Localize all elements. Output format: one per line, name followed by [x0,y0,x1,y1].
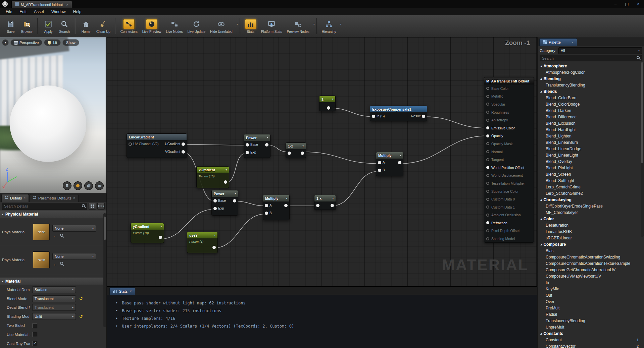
palette-entry[interactable]: ◢ sRGBToLinear [538,235,644,241]
node-wire[interactable] [423,117,487,128]
output-pin[interactable] [398,161,401,164]
scrollbar-thumb[interactable] [641,62,643,163]
collapse-caret-icon[interactable]: ▾ [331,197,334,200]
material-pin-row[interactable]: Metallic [484,93,534,101]
menu-file[interactable]: File [2,9,16,15]
live-update-button[interactable]: Live Update [185,18,208,34]
input-pin[interactable] [265,212,268,215]
tab-details[interactable]: Details × [1,194,29,202]
node-power-2[interactable]: Power ▾ Base Exp [211,190,238,216]
palette-entry[interactable]: ◢ Blends [538,88,644,95]
palette-entry[interactable]: ◢ Blend_Difference [538,114,644,120]
hierarchy-button[interactable]: Hierarchy ▾ [319,18,341,34]
teapot-mesh-button[interactable] [95,181,104,190]
material-pin-row[interactable]: Refraction [484,219,534,227]
menu-window[interactable]: Window [48,9,69,15]
palette-entry[interactable]: ◢ Blend_Exclusion [538,120,644,126]
property-matrix-button[interactable] [89,203,96,210]
material-pin-row[interactable]: Normal [484,148,534,156]
palette-entry[interactable]: ◢ Constant 1 [538,337,644,343]
category-select[interactable]: All ▾ [558,47,642,54]
palette-search-input[interactable] [540,55,642,61]
node-wire[interactable] [400,136,487,164]
blend-mode-select[interactable]: Translucent ▾ [32,295,76,302]
scrollbar-thumb[interactable] [104,217,106,240]
node-wire[interactable] [332,171,378,206]
physical-material-select[interactable]: None ▾ [52,225,96,232]
browse-button[interactable]: Browse [19,18,35,34]
input-pin[interactable] [372,115,375,118]
node-material-result[interactable]: M_ARTranslucentHoldout Base Color Metall… [484,77,534,243]
search-button[interactable]: Search [56,18,72,34]
material-pin[interactable] [486,126,489,129]
section-material[interactable]: ▾ Material [0,278,106,285]
collapse-caret-icon[interactable]: ▾ [265,136,268,139]
palette-entry[interactable]: ◢ ComposureUVMapViewportUV [538,273,644,279]
menu-asset[interactable]: Asset [30,9,48,15]
material-pin-row[interactable]: Opacity [484,132,534,140]
node-exposurecompensate1[interactable]: ExposureCompensate1 In (S) Result [370,106,427,121]
palette-entry[interactable]: ◢ Blend_Lighten [538,133,644,139]
use-selected-asset-icon[interactable]: ← [53,262,57,267]
output-pin[interactable] [265,143,268,147]
parameter-defaults-tab-close-icon[interactable]: × [73,196,75,200]
palette-entry[interactable]: ◢ Blend_LinearBurn [538,139,644,146]
minimize-button[interactable]: – [610,0,621,8]
platform-stats-button[interactable]: Platform Stats [259,18,285,34]
material-pin[interactable] [486,229,489,232]
palette-entry[interactable]: ◢ Bias [538,247,644,254]
palette-tab-close-icon[interactable]: × [572,41,574,44]
details-search-input[interactable] [2,203,87,210]
palette-entry[interactable]: ◢ TranslucencyBlending [538,317,644,324]
document-tab[interactable]: M_ARTranslucentHoldout × [11,1,72,8]
material-pin[interactable] [486,174,489,177]
palette-entry[interactable]: ◢ Out [538,292,644,298]
material-pin[interactable] [486,214,489,217]
cast-ray-traced-shadows-checkbox[interactable]: ✓ [32,341,37,346]
material-pin[interactable] [486,237,489,240]
node-lineargradient[interactable]: LinearGradient UV Channel (V2) UGradient… [127,133,187,158]
palette-entry[interactable]: ◢ Blending [538,75,644,82]
palette-entry[interactable]: ◢ TranslucencyBlending [538,82,644,88]
palette-entry[interactable]: ◢ MF_Chromakeyer [538,209,644,216]
output-pin[interactable] [212,246,216,249]
connectors-button[interactable]: Connectors [118,18,140,34]
material-pin[interactable] [486,111,489,114]
output-pin[interactable] [224,180,227,184]
live-nodes-button[interactable]: Live Nodes [164,18,185,34]
material-pin-row[interactable]: World Displacement [484,172,534,180]
material-pin-row[interactable]: Emissive Color [484,124,534,132]
palette-entry[interactable]: ◢ In [538,279,644,286]
tab-parameter-defaults[interactable]: Parameter Defaults × [30,194,79,202]
palette-entry[interactable]: ◢ Blend_SoftLight [538,177,644,184]
material-pin-row[interactable]: Tangent [484,156,534,164]
reset-to-default-icon[interactable]: ↺ [79,314,83,319]
material-pin-row[interactable]: Subsurface Color [484,187,534,195]
input-pin[interactable] [246,151,249,154]
node-wire[interactable] [303,152,378,164]
palette-entry[interactable]: ◢ Constants [538,330,644,337]
details-tab-close-icon[interactable]: × [23,196,26,200]
view-options-button[interactable]: ▾ [97,203,105,210]
tab-stats[interactable]: Stats × [109,287,135,295]
tab-palette[interactable]: Palette × [539,38,577,46]
apply-button[interactable]: Apply [40,18,56,34]
save-button[interactable]: Save [3,18,19,34]
material-pin[interactable] [486,182,489,185]
palette-entry[interactable]: ◢ KeyMix [538,286,644,292]
palette-entry[interactable]: ◢ Blend_LinearDodge [538,146,644,152]
input-pin[interactable] [246,143,249,147]
palette-entry[interactable]: ◢ DiffColorKeyerErodeSinglePass [538,203,644,209]
material-pin[interactable] [486,103,489,106]
palette-entry[interactable]: ◢ ComposureGetChromaticAberrationUV [538,267,644,273]
output-pin[interactable] [182,150,185,154]
material-pin[interactable] [486,158,489,161]
material-pin-row[interactable]: World Position Offset [484,164,534,172]
cube-mesh-button[interactable] [84,181,93,190]
collapse-caret-icon[interactable]: ▾ [159,225,162,228]
palette-entry[interactable]: ◢ Color [538,216,644,222]
palette-entry[interactable]: ◢ LinearTosRGB [538,228,644,235]
material-pin-row[interactable]: Specular [484,100,534,108]
stats-tab-close-icon[interactable]: × [130,289,132,293]
input-pin[interactable] [213,207,217,210]
